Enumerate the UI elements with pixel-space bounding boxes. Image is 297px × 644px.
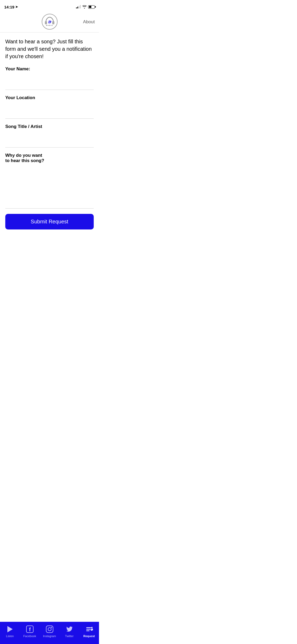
app-logo: B 2 RADIO: [42, 14, 58, 30]
song-field: Song Title / Artist: [5, 124, 94, 148]
why-field: Why do you want to hear this song?: [5, 153, 94, 209]
name-input[interactable]: [5, 80, 94, 84]
status-time: 14:19 ➤: [4, 5, 18, 9]
battery-icon: [88, 5, 95, 9]
location-input[interactable]: [5, 108, 94, 113]
svg-text:RADIO: RADIO: [46, 25, 53, 26]
header: B 2 RADIO About: [0, 12, 99, 33]
song-input[interactable]: [5, 137, 94, 142]
song-label: Song Title / Artist: [5, 124, 94, 129]
svg-rect-0: [45, 21, 47, 24]
location-arrow-icon: ➤: [15, 5, 18, 9]
page-content: Want to hear a song? Just fill this form…: [0, 33, 99, 256]
svg-rect-1: [52, 21, 54, 24]
svg-text:2: 2: [50, 20, 51, 23]
bottom-spacer: [5, 229, 94, 256]
wifi-icon: [82, 5, 87, 8]
location-field: Your Location: [5, 95, 94, 119]
submit-button[interactable]: Submit Request: [5, 214, 94, 229]
signal-icon: [76, 5, 81, 8]
name-label: Your Name:: [5, 66, 94, 72]
why-textarea[interactable]: [5, 171, 94, 203]
status-bar: 14:19 ➤: [0, 0, 99, 12]
intro-text: Want to hear a song? Just fill this form…: [5, 38, 94, 60]
status-icons: [76, 5, 95, 9]
about-button[interactable]: About: [83, 19, 95, 25]
location-divider: [5, 118, 94, 119]
name-field: Your Name:: [5, 66, 94, 90]
name-divider: [5, 90, 94, 90]
why-label: Why do you want to hear this song?: [5, 153, 94, 163]
logo-headphones-icon: B 2 RADIO: [42, 14, 57, 29]
location-label: Your Location: [5, 95, 94, 100]
song-divider: [5, 147, 94, 148]
why-divider: [5, 208, 94, 209]
